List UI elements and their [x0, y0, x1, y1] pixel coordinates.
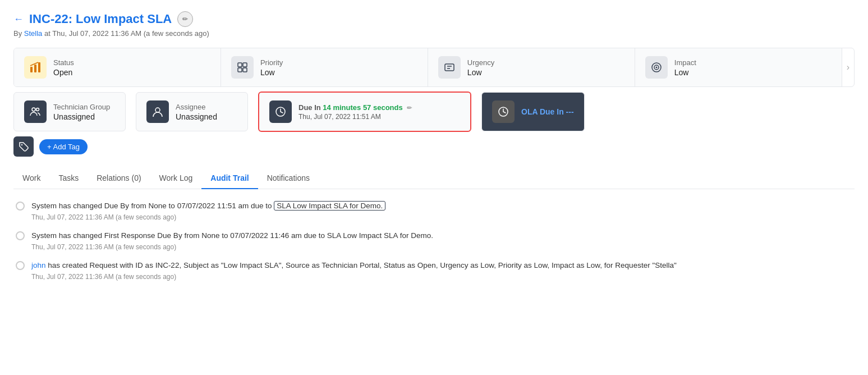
priority-label: Priority [260, 58, 283, 67]
due-in-datetime: Thu, Jul 07, 2022 11:51 AM [298, 113, 412, 121]
audit-time: Thu, Jul 07, 2022 11:36 AM (a few second… [31, 213, 852, 221]
tab-worklog[interactable]: Work Log [150, 168, 202, 189]
svg-point-18 [21, 144, 22, 145]
add-tag-button[interactable]: + Add Tag [39, 139, 88, 154]
audit-content: System has changed First Response Due By… [31, 230, 852, 251]
assignee-card[interactable]: Assignee Unassigned [136, 92, 248, 131]
priority-text: Priority Low [260, 58, 283, 77]
audit-text: System has changed First Response Due By… [31, 230, 852, 241]
technician-group-value: Unassigned [53, 112, 110, 121]
svg-point-15 [155, 108, 160, 112]
audit-content: System has changed Due By from None to 0… [31, 200, 852, 221]
svg-rect-6 [243, 68, 247, 72]
assignee-text: Assignee Unassigned [176, 103, 217, 121]
urgency-card[interactable]: Urgency Low [428, 48, 635, 86]
audit-time: Thu, Jul 07, 2022 11:36 AM (a few second… [31, 243, 852, 251]
priority-icon [231, 56, 254, 79]
page-title: INC-22: Low Impact SLA [29, 12, 172, 26]
due-in-label: Due In 14 minutes 57 seconds ✏ [298, 103, 412, 112]
impact-card[interactable]: Impact Low [635, 48, 842, 86]
audit-item: System has changed First Response Due By… [16, 230, 852, 251]
technician-group-text: Technician Group Unassigned [53, 103, 110, 121]
audit-time: Thu, Jul 07, 2022 11:36 AM (a few second… [31, 273, 852, 281]
status-label: Status [53, 58, 74, 67]
svg-rect-3 [238, 63, 242, 67]
page-subtitle: By Stella at Thu, Jul 07, 2022 11:36 AM … [13, 29, 855, 38]
audit-dot [16, 261, 25, 270]
audit-content: john has created Request with ID as INC-… [31, 260, 852, 281]
tab-notifications[interactable]: Notifications [258, 168, 319, 189]
ola-due-card[interactable]: OLA Due In --- [481, 92, 585, 131]
status-value: Open [53, 68, 74, 77]
ola-label: OLA Due In [521, 107, 564, 116]
page-header: ← INC-22: Low Impact SLA ✏ [13, 11, 855, 27]
status-card[interactable]: Status Open [14, 48, 221, 86]
due-in-card[interactable]: Due In 14 minutes 57 seconds ✏ Thu, Jul … [258, 92, 471, 132]
technician-group-label: Technician Group [53, 103, 110, 111]
audit-item: john has created Request with ID as INC-… [16, 260, 852, 281]
due-in-text: Due In 14 minutes 57 seconds ✏ Thu, Jul … [298, 103, 412, 121]
svg-rect-4 [243, 63, 247, 67]
status-text: Status Open [53, 58, 74, 77]
tab-work[interactable]: Work [13, 168, 49, 189]
impact-text: Impact Low [674, 58, 696, 77]
tab-audittrail[interactable]: Audit Trail [201, 168, 258, 189]
edit-title-button[interactable]: ✏ [177, 11, 193, 27]
ola-icon [492, 100, 515, 123]
svg-rect-0 [30, 67, 33, 72]
author-link[interactable]: Stella [24, 29, 43, 38]
priority-card[interactable]: Priority Low [221, 48, 428, 86]
assignee-icon [146, 100, 169, 123]
tag-icon [13, 136, 34, 157]
urgency-label: Urgency [467, 58, 494, 67]
tab-tasks[interactable]: Tasks [49, 168, 88, 189]
audit-list: System has changed Due By from None to 0… [13, 200, 855, 281]
audit-dot [16, 231, 25, 240]
tags-row: + Add Tag [13, 136, 855, 157]
due-in-countdown: 14 minutes 57 seconds [323, 103, 402, 112]
pencil-icon: ✏ [182, 15, 188, 23]
svg-point-12 [655, 67, 657, 68]
status-icon [24, 56, 47, 79]
impact-icon [645, 56, 668, 79]
technician-group-card[interactable]: Technician Group Unassigned [13, 92, 126, 131]
info-cards-row1: Status Open Priority Low Urgency Low [13, 48, 855, 87]
svg-point-13 [32, 108, 35, 111]
svg-point-14 [36, 108, 39, 111]
technician-group-icon [24, 100, 47, 123]
audit-highlight: SLA Low Impact SLA for Demo. [274, 201, 385, 211]
due-in-edit-icon[interactable]: ✏ [407, 104, 412, 111]
audit-author-link[interactable]: john [31, 261, 46, 269]
urgency-icon [438, 56, 461, 79]
priority-value: Low [260, 68, 283, 77]
svg-rect-5 [238, 68, 242, 72]
ola-value: --- [566, 107, 574, 116]
info-cards-row2: Technician Group Unassigned Assignee Una… [13, 92, 855, 132]
impact-label: Impact [674, 58, 696, 67]
ola-text: OLA Due In --- [521, 107, 574, 116]
tab-relations[interactable]: Relations (0) [88, 168, 150, 189]
audit-text: System has changed Due By from None to 0… [31, 200, 852, 212]
svg-rect-2 [38, 62, 40, 72]
chevron-right-icon[interactable]: › [842, 48, 854, 86]
due-in-icon [269, 100, 292, 123]
impact-value: Low [674, 68, 696, 77]
assignee-value: Unassigned [176, 112, 217, 121]
svg-rect-1 [34, 65, 36, 72]
tabs-row: Work Tasks Relations (0) Work Log Audit … [13, 168, 855, 189]
page-wrapper: ← INC-22: Low Impact SLA ✏ By Stella at … [0, 0, 868, 375]
audit-text: john has created Request with ID as INC-… [31, 260, 852, 271]
audit-item: System has changed Due By from None to 0… [16, 200, 852, 221]
assignee-label: Assignee [176, 103, 217, 111]
back-button[interactable]: ← [13, 13, 24, 25]
svg-rect-7 [445, 64, 454, 71]
audit-dot [16, 202, 25, 211]
urgency-value: Low [467, 68, 494, 77]
urgency-text: Urgency Low [467, 58, 494, 77]
